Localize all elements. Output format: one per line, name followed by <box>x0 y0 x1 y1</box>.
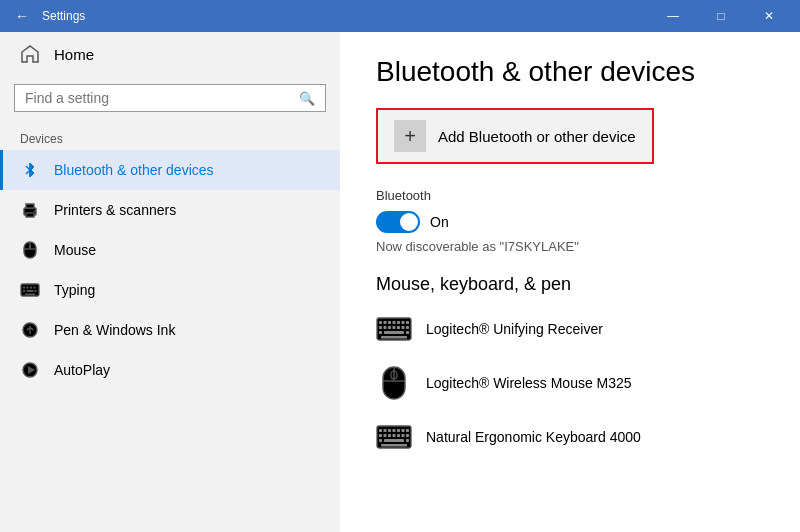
device-row-mouse1: Logitech® Wireless Mouse M325 <box>376 365 764 401</box>
close-button[interactable]: ✕ <box>746 0 792 32</box>
main-container: Home 🔍 Devices Bluetooth & other devices <box>0 32 800 532</box>
svg-rect-37 <box>397 326 400 329</box>
svg-rect-27 <box>384 321 387 324</box>
svg-rect-20 <box>35 290 37 292</box>
svg-rect-62 <box>406 434 409 437</box>
svg-rect-21 <box>25 294 35 296</box>
svg-rect-61 <box>402 434 405 437</box>
minimize-button[interactable]: — <box>650 0 696 32</box>
mouse-section-title: Mouse, keyboard, & pen <box>376 274 764 295</box>
svg-rect-31 <box>402 321 405 324</box>
svg-rect-55 <box>406 429 409 432</box>
svg-rect-18 <box>23 290 25 292</box>
home-label: Home <box>54 46 94 63</box>
keyboard-icon-2 <box>376 419 412 455</box>
svg-rect-56 <box>379 434 382 437</box>
svg-rect-36 <box>393 326 396 329</box>
svg-rect-51 <box>388 429 391 432</box>
mouse-device-icon <box>376 365 412 401</box>
sidebar-mouse-label: Mouse <box>54 242 96 258</box>
sidebar: Home 🔍 Devices Bluetooth & other devices <box>0 32 340 532</box>
sidebar-item-pen[interactable]: Pen & Windows Ink <box>0 310 340 350</box>
sidebar-typing-label: Typing <box>54 282 95 298</box>
home-icon <box>20 44 40 64</box>
svg-rect-60 <box>397 434 400 437</box>
svg-point-8 <box>34 210 36 212</box>
svg-rect-66 <box>381 444 407 447</box>
discoverable-text: Now discoverable as "I7SKYLAKE" <box>376 239 764 254</box>
svg-rect-50 <box>384 429 387 432</box>
maximize-button[interactable]: □ <box>698 0 744 32</box>
svg-rect-42 <box>406 331 409 334</box>
svg-rect-32 <box>406 321 409 324</box>
content-area: Bluetooth & other devices + Add Bluetoot… <box>340 32 800 532</box>
sidebar-item-mouse[interactable]: Mouse <box>0 230 340 270</box>
keyboard-icon-1 <box>376 311 412 347</box>
sidebar-bluetooth-label: Bluetooth & other devices <box>54 162 214 178</box>
svg-rect-15 <box>27 287 29 289</box>
sidebar-item-typing[interactable]: Typing <box>0 270 340 310</box>
back-button[interactable]: ← <box>8 2 36 30</box>
svg-rect-19 <box>27 290 34 292</box>
mouse-icon <box>20 240 40 260</box>
svg-rect-58 <box>388 434 391 437</box>
add-device-button[interactable]: + Add Bluetooth or other device <box>376 108 654 164</box>
devices-section-label: Devices <box>0 124 340 150</box>
page-title: Bluetooth & other devices <box>376 56 764 88</box>
bluetooth-icon <box>20 160 40 180</box>
title-bar: ← Settings — □ ✕ <box>0 0 800 32</box>
svg-rect-53 <box>397 429 400 432</box>
window-title: Settings <box>42 9 650 23</box>
svg-rect-64 <box>384 439 404 442</box>
svg-rect-34 <box>384 326 387 329</box>
svg-rect-14 <box>23 287 25 289</box>
svg-rect-54 <box>402 429 405 432</box>
svg-rect-59 <box>393 434 396 437</box>
plus-icon: + <box>394 120 426 152</box>
sidebar-pen-label: Pen & Windows Ink <box>54 322 175 338</box>
svg-rect-7 <box>26 204 34 208</box>
sidebar-item-autoplay[interactable]: AutoPlay <box>0 350 340 390</box>
search-input[interactable] <box>25 90 299 106</box>
svg-rect-40 <box>379 331 382 334</box>
svg-rect-29 <box>393 321 396 324</box>
toggle-knob <box>400 213 418 231</box>
svg-rect-17 <box>34 287 36 289</box>
sidebar-autoplay-label: AutoPlay <box>54 362 110 378</box>
device-name-keyboard2: Natural Ergonomic Keyboard 4000 <box>426 429 641 445</box>
bluetooth-toggle[interactable] <box>376 211 420 233</box>
sidebar-printers-label: Printers & scanners <box>54 202 176 218</box>
svg-rect-52 <box>393 429 396 432</box>
printer-icon <box>20 200 40 220</box>
sidebar-item-home[interactable]: Home <box>0 32 340 76</box>
bluetooth-status: On <box>430 214 449 230</box>
svg-rect-16 <box>30 287 32 289</box>
search-icon: 🔍 <box>299 91 315 106</box>
device-name-mouse1: Logitech® Wireless Mouse M325 <box>426 375 632 391</box>
device-name-keyboard1: Logitech® Unifying Receiver <box>426 321 603 337</box>
sidebar-item-bluetooth[interactable]: Bluetooth & other devices <box>0 150 340 190</box>
search-box[interactable]: 🔍 <box>14 84 326 112</box>
svg-rect-26 <box>379 321 382 324</box>
svg-rect-6 <box>26 213 34 217</box>
pen-icon <box>20 320 40 340</box>
typing-icon <box>20 280 40 300</box>
svg-rect-65 <box>406 439 409 442</box>
bluetooth-section-header: Bluetooth <box>376 188 764 203</box>
bluetooth-toggle-row: On <box>376 211 764 233</box>
svg-rect-49 <box>379 429 382 432</box>
svg-rect-63 <box>379 439 382 442</box>
svg-rect-30 <box>397 321 400 324</box>
device-row-keyboard2: Natural Ergonomic Keyboard 4000 <box>376 419 764 455</box>
svg-rect-57 <box>384 434 387 437</box>
device-row-keyboard1: Logitech® Unifying Receiver <box>376 311 764 347</box>
autoplay-icon <box>20 360 40 380</box>
svg-rect-43 <box>381 336 407 339</box>
sidebar-item-printers[interactable]: Printers & scanners <box>0 190 340 230</box>
add-device-label: Add Bluetooth or other device <box>438 128 636 145</box>
window-controls: — □ ✕ <box>650 0 792 32</box>
svg-rect-35 <box>388 326 391 329</box>
svg-rect-28 <box>388 321 391 324</box>
svg-rect-41 <box>384 331 404 334</box>
svg-rect-33 <box>379 326 382 329</box>
